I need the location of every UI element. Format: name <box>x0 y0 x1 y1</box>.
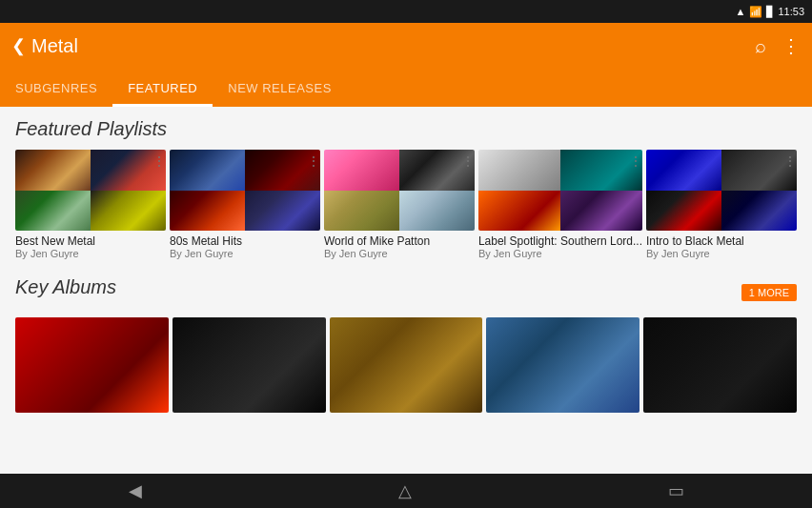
tab-new-releases[interactable]: NEW RELEASES <box>213 69 347 107</box>
key-albums-header: Key Albums 1 MORE <box>15 276 797 308</box>
thumb-cell <box>478 191 560 232</box>
playlist-info-2: 80s Metal Hits By Jen Guyre <box>170 231 320 261</box>
status-icons: ▲ 📶 ▊ 11:53 <box>736 6 804 18</box>
thumb-cell <box>399 191 475 232</box>
app-bar: ❮ Metal ⌕ ⋮ <box>0 23 812 69</box>
playlist-thumb-5 <box>646 150 797 231</box>
playlist-name-3: World of Mike Patton <box>324 234 475 248</box>
albums-grid <box>15 317 797 413</box>
playlist-grid: Best New Metal By Jen Guyre ⋮ 80s Metal … <box>15 150 797 261</box>
more-badge[interactable]: 1 MORE <box>741 284 797 301</box>
playlist-author-1: By Jen Guyre <box>15 248 166 259</box>
album-thumb-5 <box>643 317 797 413</box>
tab-bar: SUBGENRES FEATURED NEW RELEASES <box>0 69 812 107</box>
playlist-thumb-1 <box>15 150 166 231</box>
playlist-more-5[interactable]: ⋮ <box>783 153 797 169</box>
playlist-info-5: Intro to Black Metal By Jen Guyre <box>646 231 797 261</box>
album-thumb-4 <box>486 317 639 413</box>
thumb-cell <box>646 191 721 232</box>
playlist-card-southern-lord[interactable]: Label Spotlight: Southern Lord... By Jen… <box>478 150 642 261</box>
thumb-cell <box>560 191 642 232</box>
time-display: 11:53 <box>778 6 804 17</box>
album-card-black-album[interactable] <box>173 317 326 413</box>
key-albums-section: Key Albums 1 MORE <box>15 276 797 413</box>
featured-playlists-section: Featured Playlists Best New Metal By Jen… <box>15 118 797 261</box>
playlist-card-mike-patton[interactable]: World of Mike Patton By Jen Guyre ⋮ <box>324 150 475 261</box>
album-thumb-1 <box>15 317 169 413</box>
nav-back-button[interactable]: ◀ <box>129 480 142 501</box>
playlist-more-1[interactable]: ⋮ <box>152 153 166 169</box>
playlist-name-2: 80s Metal Hits <box>170 234 320 248</box>
playlist-name-4: Label Spotlight: Southern Lord... <box>478 234 642 248</box>
more-button[interactable]: ⋮ <box>782 34 801 57</box>
thumb-cell <box>324 150 399 191</box>
playlist-author-2: By Jen Guyre <box>170 248 320 259</box>
playlist-card-black-metal[interactable]: Intro to Black Metal By Jen Guyre ⋮ <box>646 150 797 261</box>
thumb-cell <box>170 191 245 232</box>
tab-featured[interactable]: FEATURED <box>112 69 213 107</box>
playlist-card-80s-metal[interactable]: 80s Metal Hits By Jen Guyre ⋮ <box>170 150 320 261</box>
thumb-cell <box>91 191 166 232</box>
tab-subgenres[interactable]: SUBGENRES <box>0 69 112 107</box>
playlist-thumb-3 <box>324 150 475 231</box>
album-thumb-3 <box>330 317 483 413</box>
album-card-venom[interactable] <box>643 317 797 413</box>
album-card-motorhead[interactable] <box>486 317 639 413</box>
thumb-cell <box>170 150 245 191</box>
thumb-cell <box>15 150 91 191</box>
playlist-author-3: By Jen Guyre <box>324 248 475 259</box>
playlist-info-1: Best New Metal By Jen Guyre <box>15 231 166 261</box>
playlist-name-5: Intro to Black Metal <box>646 234 797 248</box>
thumb-cell <box>245 191 320 232</box>
playlist-name-1: Best New Metal <box>15 234 166 248</box>
wifi-icon: 📶 <box>749 6 762 18</box>
album-thumb-2 <box>173 317 326 413</box>
playlist-more-3[interactable]: ⋮ <box>461 153 475 169</box>
thumb-cell <box>721 191 797 232</box>
playlist-author-5: By Jen Guyre <box>646 248 797 259</box>
thumb-cell <box>646 150 721 191</box>
key-albums-title: Key Albums <box>15 276 116 298</box>
thumb-cell <box>324 191 399 232</box>
bottom-nav: ◀ △ ▭ <box>0 474 812 508</box>
status-bar: ▲ 📶 ▊ 11:53 <box>0 0 812 23</box>
playlist-card-best-new-metal[interactable]: Best New Metal By Jen Guyre ⋮ <box>15 150 166 261</box>
playlist-more-4[interactable]: ⋮ <box>629 153 642 169</box>
app-bar-actions: ⌕ ⋮ <box>755 34 801 57</box>
main-content: Featured Playlists Best New Metal By Jen… <box>0 107 812 474</box>
playlist-more-2[interactable]: ⋮ <box>307 153 320 169</box>
signal-icon: ▲ <box>736 6 746 17</box>
album-card-megadeth[interactable] <box>330 317 483 413</box>
nav-recents-button[interactable]: ▭ <box>668 480 684 501</box>
nav-home-button[interactable]: △ <box>398 480 412 501</box>
playlist-info-4: Label Spotlight: Southern Lord... By Jen… <box>478 231 642 261</box>
featured-playlists-title: Featured Playlists <box>15 118 797 140</box>
app-bar-left: ❮ Metal <box>11 35 78 57</box>
back-button[interactable]: ❮ <box>11 35 26 56</box>
playlist-info-3: World of Mike Patton By Jen Guyre <box>324 231 475 261</box>
playlist-author-4: By Jen Guyre <box>478 248 642 259</box>
playlist-thumb-4 <box>478 150 642 231</box>
album-card-iron-maiden[interactable] <box>15 317 169 413</box>
search-button[interactable]: ⌕ <box>755 35 766 57</box>
app-bar-title: Metal <box>31 35 78 57</box>
thumb-cell <box>478 150 560 191</box>
battery-icon: ▊ <box>766 6 774 18</box>
playlist-thumb-2 <box>170 150 320 231</box>
thumb-cell <box>15 191 91 232</box>
